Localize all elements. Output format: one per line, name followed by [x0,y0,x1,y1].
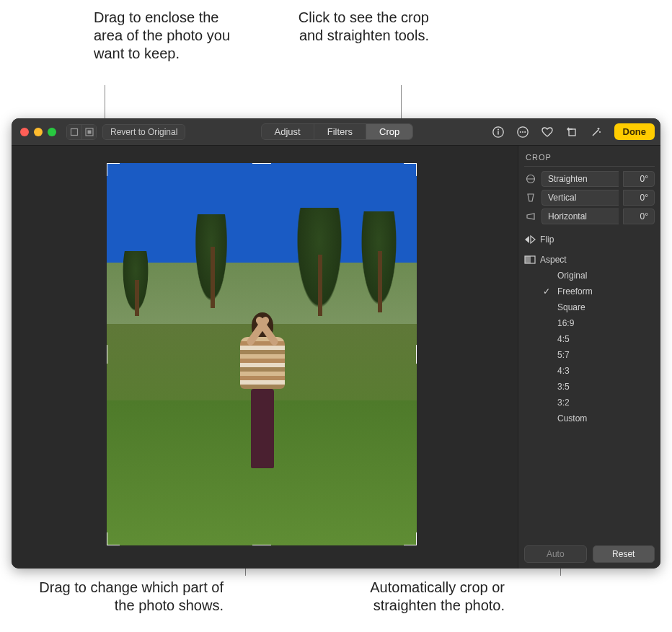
aspect-icon [524,255,536,265]
more-icon[interactable] [513,123,532,141]
view-mode-segmented [66,124,97,140]
aspect-option-5-7[interactable]: 5:7 [543,347,655,363]
vertical-label[interactable]: Vertical [541,190,619,206]
photo-subject [237,312,288,471]
horizontal-row: Horizontal 0° [524,209,655,224]
straighten-label[interactable]: Straighten [541,171,619,187]
svg-rect-2 [87,130,91,133]
svg-rect-18 [525,256,531,263]
crop-handle-top-left[interactable] [107,163,120,176]
flip-icon [524,234,536,245]
callout-crop-handle: Drag to enclose the area of the photo yo… [94,9,238,63]
aspect-label: Aspect [540,255,567,265]
callout-pan-photo: Drag to change which part of the photo s… [22,579,224,615]
editor-content: CROP Straighten 0° Vertical 0° Hori [12,146,660,569]
svg-point-7 [519,131,521,133]
aspect-option-square[interactable]: Square [543,299,655,315]
callout-crop-tab: Click to see the crop and straighten too… [278,9,429,45]
horizontal-perspective-icon [524,210,537,223]
crop-handle-top[interactable] [252,163,271,164]
straighten-icon [524,172,537,185]
vertical-row: Vertical 0° [524,190,655,206]
crop-panel-footer: Auto Reset [524,540,655,563]
crop-panel: CROP Straighten 0° Vertical 0° Hori [518,146,660,569]
svg-marker-14 [527,214,534,219]
revert-to-original-button[interactable]: Revert to Original [102,124,185,140]
tab-crop[interactable]: Crop [366,124,412,139]
crop-handle-top-right[interactable] [404,163,417,176]
aspect-option-3-2[interactable]: 3:2 [543,395,655,411]
svg-rect-10 [569,129,575,136]
photo-crop-region[interactable] [107,163,417,545]
minimize-window-button[interactable] [34,128,43,136]
straighten-value[interactable]: 0° [623,171,655,187]
aspect-option-original[interactable]: Original [543,268,655,284]
tab-filters[interactable]: Filters [314,124,366,139]
toolbar-right-icons: Done [489,123,655,141]
aspect-option-3-5[interactable]: 3:5 [543,379,655,395]
vertical-value[interactable]: 0° [623,190,655,206]
reset-crop-button[interactable]: Reset [593,545,655,563]
aspect-section: Aspect [524,255,655,265]
crop-handle-left[interactable] [107,345,107,364]
crop-handle-bottom-right[interactable] [404,532,417,545]
svg-point-8 [522,131,523,133]
zoom-actual-button[interactable] [81,125,96,139]
rotate-icon[interactable] [562,123,581,141]
svg-marker-16 [531,236,535,243]
info-icon[interactable] [489,123,508,141]
tab-adjust[interactable]: Adjust [262,124,314,139]
zoom-fit-button[interactable] [67,125,81,139]
flip-label: Flip [540,234,554,245]
svg-marker-15 [525,236,529,243]
aspect-option-16-9[interactable]: 16:9 [543,315,655,331]
window-traffic-lights [17,128,59,136]
favorite-heart-icon[interactable] [538,123,557,141]
window-toolbar: Revert to Original Adjust Filters Crop D… [12,118,660,146]
close-window-button[interactable] [20,128,29,136]
svg-point-9 [524,131,526,133]
auto-crop-button[interactable]: Auto [524,545,587,563]
auto-enhance-wand-icon[interactable] [587,123,606,141]
flip-section[interactable]: Flip [524,234,655,245]
crop-handle-bottom[interactable] [252,545,271,545]
crop-handle-right[interactable] [416,345,417,364]
horizontal-value[interactable]: 0° [623,209,655,224]
aspect-option-4-3[interactable]: 4:3 [543,363,655,379]
svg-rect-5 [498,131,498,134]
aspect-ratio-list: Original ✓Freeform Square 16:9 4:5 5:7 4… [543,268,655,426]
aspect-option-4-5[interactable]: 4:5 [543,331,655,347]
svg-marker-13 [528,194,534,201]
aspect-option-freeform[interactable]: ✓Freeform [543,284,655,299]
svg-point-4 [498,128,499,130]
photo-canvas[interactable] [12,146,518,569]
done-button[interactable]: Done [614,123,655,140]
horizontal-label[interactable]: Horizontal [541,209,619,224]
svg-rect-0 [71,128,78,135]
crop-handle-bottom-left[interactable] [107,532,120,545]
callout-auto-crop: Automatically crop or straighten the pho… [324,579,505,615]
aspect-option-custom[interactable]: Custom [543,411,655,426]
crop-panel-header: CROP [524,152,655,167]
straighten-row: Straighten 0° [524,171,655,187]
edit-mode-tabs: Adjust Filters Crop [261,123,414,140]
zoom-window-button[interactable] [48,128,56,136]
photos-edit-window: Revert to Original Adjust Filters Crop D… [12,118,660,569]
vertical-perspective-icon [524,191,537,204]
